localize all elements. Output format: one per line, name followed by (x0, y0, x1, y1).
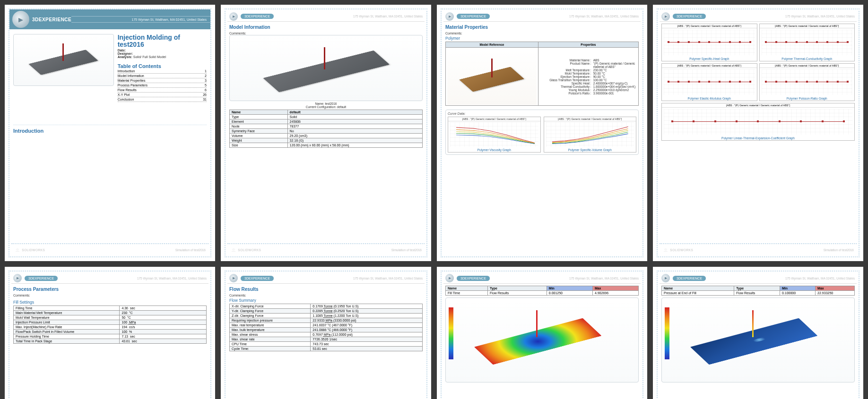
page-6: 3DEXPERIENCE 175 Wyman St, Waltham, MA 0… (221, 267, 431, 399)
footer-text: Simulation of test2016 (391, 248, 422, 252)
toc-row: Model Information2 (118, 74, 207, 78)
property-row: Mold Temperature :50.00 °C (540, 72, 637, 75)
table-row: X-dir. Clamping Force0.1769 Tonne (0.195… (230, 304, 423, 308)
table-row: Symmetry FaceNo (230, 129, 423, 134)
report-title: Injection Molding of test2016 (118, 34, 207, 49)
property-row: Young Modulus :2.250000e+010 dyne/cm2 (540, 88, 637, 92)
page-8: 3DEXPERIENCE 175 Wyman St, Waltham, MA 0… (653, 267, 863, 399)
table-row: Max. bulk temperature241.0886 °C (466.00… (230, 327, 423, 332)
color-legend (665, 307, 669, 359)
footer-text: Simulation of test2016 (824, 248, 854, 252)
brand-name: 3DEXPERIENCE (673, 14, 706, 19)
page-4: 3DEXPERIENCE 175 Wyman St, Waltham, MA 0… (653, 5, 863, 261)
table-row: Max. real temperature241.6037 °C (467.00… (230, 323, 423, 327)
brand-address: 175 Wyman St, Waltham, MA 02451, United … (493, 277, 639, 280)
brand-name: 3DEXPERIENCE (32, 17, 71, 22)
result-header-table: Name Type Min Max Pressure at End of Fil… (661, 286, 855, 296)
page-5: 3DEXPERIENCE 175 Wyman St, Waltham, MA 0… (5, 267, 215, 399)
brand-logo-icon (661, 12, 670, 21)
toc-row: X-Y Plot26 (118, 93, 207, 97)
property-row: Product Name :"(P) Generic material / Ge… (540, 62, 637, 68)
result-header-table: Name Type Min Max Fill Time Flow Results… (445, 286, 639, 296)
property-graph: [ABS : "(P) Generic material / Generic m… (661, 24, 757, 61)
pressure-render (661, 297, 855, 382)
table-row: Main Material Melt Temperature230 °C (14, 310, 207, 315)
brand-address: 175 Wyman St, Waltham, MA 02451, United … (709, 15, 855, 18)
color-legend (449, 307, 453, 359)
footer-text: Simulation of test2016 (175, 248, 206, 252)
toc-title: Table of Contents (118, 63, 207, 69)
footer-brand: SOLIDWORKS (230, 247, 261, 254)
comments-label: Comments: (13, 294, 207, 297)
table-row: Volume29.20 (cm3) (230, 134, 423, 138)
table-row: Pressure Holding Time7.13 sec (14, 334, 207, 339)
specvol-chart: [ABS : "(P) Generic material / Generic m… (544, 117, 637, 153)
fill-time-render (445, 297, 639, 382)
brand-address: 175 Wyman St, Waltham, MA 02451, United … (709, 277, 855, 280)
brand-address: 175 Wyman St, Waltham, MA 02451, United … (493, 15, 639, 18)
page-1: 3DEXPERIENCE 175 Wyman St, Waltham, MA 0… (5, 5, 215, 261)
property-row: Melt Temperature :230.00 °C (540, 68, 637, 72)
table-row: Filling Time4.36 sec (14, 306, 207, 310)
brand-logo-icon (661, 274, 670, 282)
model-info-table: Namedefault TypeSolidElement245806Node78… (229, 110, 423, 148)
model-config: Current Configuration: default (229, 105, 423, 109)
brand-address: 175 Wyman St, Waltham, MA 02451, United … (61, 277, 207, 280)
comments-label: Comments: (445, 32, 639, 35)
table-row: Requiring injection pressure22.9333 MPa … (230, 318, 423, 323)
toc-row: Process Parameters5 (118, 83, 207, 88)
property-row: Ejection Temperature :90.00 °C (540, 75, 637, 78)
toc-row: Material Properties3 (118, 78, 207, 83)
table-row: Y-dir. Clamping Force0.2285 Tonne (0.252… (230, 308, 423, 313)
brand-name: 3DEXPERIENCE (673, 276, 706, 281)
table-row: Mold Wall Temperature50 °C (14, 315, 207, 320)
toc-row: Introduction1 (118, 69, 207, 74)
brand-address: 175 Wyman St, Waltham, MA 02451, United … (277, 277, 423, 280)
brand-name: 3DEXPERIENCE (241, 14, 274, 19)
brand-address: 175 Wyman St, Waltham, MA 02451, United … (277, 15, 423, 18)
table-row: Max. Inject(Machine) Flow Rate194 cc/s (14, 324, 207, 329)
banner: 3DEXPERIENCE 175 Wyman St, Waltham, MA 0… (9, 9, 210, 29)
page-2: 3DEXPERIENCE 175 Wyman St, Waltham, MA 0… (221, 5, 431, 261)
table-row: Injection Pressure Limit100 MPa (14, 320, 207, 324)
table-row: Weight32.18 (G) (230, 138, 423, 143)
section-model-info: Model Information (229, 25, 423, 30)
material-render (447, 48, 537, 105)
table-row: Node78377 (230, 124, 423, 129)
section-introduction: Introduction (13, 128, 207, 134)
table-row: Max. shear rate7726.3520 1/sec (230, 337, 423, 341)
table-row: TypeSolid (230, 115, 423, 119)
brand-logo-icon (445, 274, 454, 282)
table-row: Flow/Pack Switch Point in Filled Volume1… (14, 329, 207, 334)
viscosity-chart: [ABS : "(P) Generic material / Generic m… (448, 117, 541, 153)
table-row: Total Time in Pack Stage43.61 sec (14, 339, 207, 343)
property-row: Material Name :ABS (540, 59, 637, 62)
toc-row: Conclusion31 (118, 97, 207, 102)
section-material-props: Material Properties (445, 25, 639, 30)
model-render (229, 35, 423, 101)
brand-address: 175 Wyman St, Waltham, MA 02451, United … (71, 16, 210, 23)
brand-logo-icon (12, 11, 29, 28)
material-table: Model ReferenceProperties Material Name … (445, 42, 639, 106)
comments-label: Comments: (229, 32, 423, 35)
brand-logo-icon (13, 274, 22, 282)
cover-render (13, 34, 114, 86)
property-graph: [ABS : "(P) Generic material / Generic m… (759, 63, 855, 101)
toc-row: Flow Results6 (118, 88, 207, 93)
property-graph: [ABS : "(P) Generic material / Generic m… (661, 63, 757, 101)
flow-summary-table: X-dir. Clamping Force0.1769 Tonne (0.195… (229, 304, 423, 351)
analysis-label: Analysis: (118, 55, 132, 59)
page-7: 3DEXPERIENCE 175 Wyman St, Waltham, MA 0… (437, 267, 647, 399)
brand-name: 3DEXPERIENCE (25, 276, 58, 281)
table-row: CPU Time743.73 sec (230, 341, 423, 346)
brand-logo-icon (229, 12, 238, 21)
brand-logo-icon (445, 12, 454, 21)
section-process-params: Process Parameters (13, 287, 207, 292)
model-name: Name: test2016 (229, 102, 423, 105)
brand-name: 3DEXPERIENCE (241, 276, 274, 281)
brand-logo-icon (229, 274, 238, 282)
property-row: Poisson's Ratio :3.900000e-001 (540, 92, 637, 95)
property-row: Specific Heat :2.400000e+007 erg/(g·C) (540, 82, 637, 85)
curve-data-label: Curve Data: (448, 112, 636, 115)
property-graph: [ABS : "(P) Generic material / Generic m… (759, 24, 855, 61)
